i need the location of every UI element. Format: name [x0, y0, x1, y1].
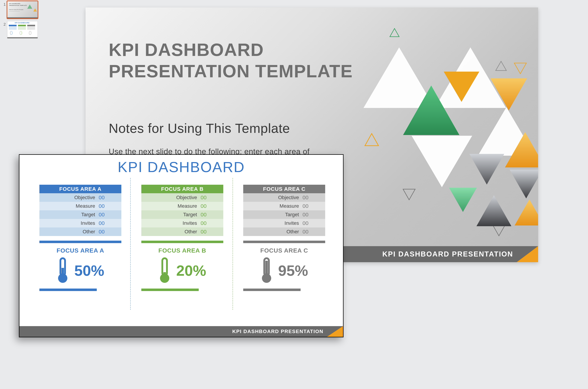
thumbnail-1-number: 1 [1, 1, 7, 7]
triangle-green-icon [403, 86, 460, 135]
row-value: 00 [303, 227, 325, 236]
focus-area-b-metric: 20% [141, 257, 223, 284]
triangle-green-icon [449, 187, 477, 212]
triangle-orange-icon [514, 199, 538, 226]
separator-bar [243, 241, 325, 243]
separator-bar [39, 241, 121, 243]
row-value: 00 [99, 193, 121, 202]
row-label: Invites [141, 219, 201, 227]
slide-footer-text: KPI DASHBOARD PRESENTATION [382, 250, 513, 258]
focus-area-b-percent: 20% [176, 262, 206, 279]
triangle-outline-icon [495, 61, 507, 71]
focus-area-b-column: FOCUS AREA B Objective00 Measure00 Targe… [141, 185, 223, 291]
svg-rect-22 [265, 261, 268, 277]
svg-marker-0 [390, 29, 399, 37]
focus-area-c-column: FOCUS AREA C Objective00 Measure00 Targe… [243, 185, 325, 291]
thermometer-icon [57, 257, 69, 284]
row-value: 00 [201, 227, 223, 236]
svg-marker-1 [403, 86, 459, 135]
focus-area-c-metric: 95% [243, 257, 325, 284]
table-row: Target00 [141, 210, 223, 219]
row-value: 00 [303, 202, 325, 210]
svg-marker-7 [490, 78, 527, 110]
thumbnail-2-footer [7, 37, 37, 38]
focus-area-c-rows: Objective00 Measure00 Target00 Invites00… [243, 193, 325, 236]
overlay-title: KPI DASHBOARD [19, 159, 343, 175]
thumbnail-2-thermo-a [10, 31, 12, 35]
focus-area-c-percent: 95% [278, 262, 308, 279]
triangle-outline-icon [389, 28, 399, 37]
row-label: Measure [39, 202, 99, 210]
focus-area-b-header: FOCUS AREA B [141, 185, 223, 193]
svg-marker-12 [510, 169, 538, 198]
svg-marker-2 [365, 133, 379, 146]
triangle-dark-icon [509, 169, 538, 199]
thumbnail-2[interactable]: KPI DASHBOARD [7, 21, 38, 38]
svg-marker-9 [505, 132, 538, 167]
row-value: 00 [303, 219, 325, 227]
svg-marker-13 [515, 199, 538, 226]
thumbnail-2-thermo-c [29, 31, 31, 35]
focus-area-a-header: FOCUS AREA A [39, 185, 121, 193]
separator-bar [39, 289, 97, 291]
row-label: Other [243, 227, 303, 236]
thumbnail-1-footer [7, 17, 37, 18]
table-row: Other00 [39, 227, 121, 236]
thumbnail-2-col-b-h [18, 25, 26, 26]
row-value: 00 [201, 202, 223, 210]
triangle-orange-icon [490, 78, 527, 111]
row-label: Measure [141, 202, 201, 210]
svg-marker-5 [496, 61, 506, 70]
table-row: Invites00 [141, 219, 223, 227]
table-row: Objective00 [243, 193, 325, 202]
thumbnail-1-line4 [9, 11, 20, 11]
focus-area-a-label: FOCUS AREA A [39, 247, 121, 254]
thumbnail-2-number: 2 [1, 21, 7, 27]
focus-area-a-column: FOCUS AREA A Objective00 Measure00 Targe… [39, 185, 121, 291]
thumbnail-2-row: 2 KPI DASHBOARD [1, 21, 42, 38]
row-label: Objective [39, 193, 99, 202]
thumbnail-1-line1: KPI DASHBOARD [9, 3, 20, 4]
column-divider [233, 178, 233, 310]
separator-bar [243, 289, 301, 291]
slide-title-line2: PRESENTATION TEMPLATE [109, 61, 353, 81]
row-value: 00 [99, 210, 121, 219]
overlay-slide[interactable]: KPI DASHBOARD FOCUS AREA A Objective00 M… [19, 154, 344, 337]
table-row: Objective00 [141, 193, 223, 202]
row-label: Other [141, 227, 201, 236]
slide-subtitle: Notes for Using This Template [109, 121, 290, 136]
separator-bar [141, 289, 199, 291]
thumbnail-1-triangle-icon [27, 4, 32, 9]
thumbnail-1[interactable]: KPI DASHBOARD PRESENTATION TEMPLATE Note… [7, 1, 38, 19]
svg-marker-6 [514, 63, 526, 74]
focus-area-b-rows: Objective00 Measure00 Target00 Invites00… [141, 193, 223, 236]
row-label: Target [141, 210, 201, 219]
row-value: 00 [201, 219, 223, 227]
separator-bar [141, 241, 223, 243]
focus-area-a-rows: Objective00 Measure00 Target00 Invites00… [39, 193, 121, 236]
row-label: Objective [141, 193, 201, 202]
overlay-footer: KPI DASHBOARD PRESENTATION [19, 326, 343, 337]
row-label: Target [39, 210, 99, 219]
row-label: Target [243, 210, 303, 219]
row-value: 00 [303, 193, 325, 202]
focus-area-a-metric: 50% [39, 257, 121, 284]
footer-accent-icon [327, 326, 343, 337]
focus-area-b-label: FOCUS AREA B [141, 247, 223, 254]
row-value: 00 [99, 227, 121, 236]
row-value: 00 [201, 193, 223, 202]
svg-rect-16 [62, 268, 64, 277]
triangle-dark-icon [476, 195, 512, 227]
triangle-outline-icon [365, 133, 379, 146]
svg-rect-19 [163, 272, 166, 278]
svg-marker-11 [477, 195, 511, 226]
table-row: Measure00 [39, 202, 121, 210]
thumbnail-2-title: KPI DASHBOARD [15, 22, 30, 24]
thumbnail-1-line3: Notes for Using This Template [9, 9, 23, 10]
svg-marker-3 [403, 189, 415, 200]
slide-thumbnail-panel: 1 KPI DASHBOARD PRESENTATION TEMPLATE No… [1, 1, 42, 41]
row-value: 00 [201, 210, 223, 219]
triangle-outline-icon [514, 63, 527, 74]
footer-accent-icon [517, 246, 538, 262]
thermometer-icon [260, 257, 273, 284]
